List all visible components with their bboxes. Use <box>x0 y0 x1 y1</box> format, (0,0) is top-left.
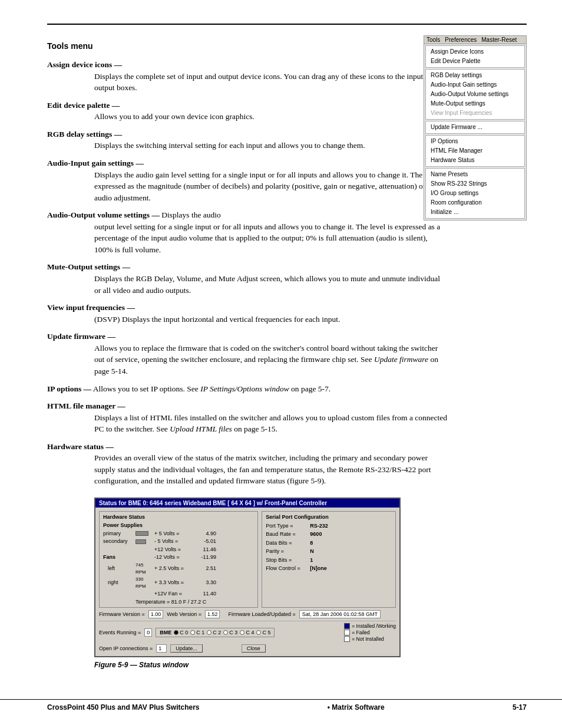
stop-bits-key: Stop Bits = <box>266 556 310 564</box>
bme-c4-label: C 4 <box>246 630 254 635</box>
legend-swatch-not-installed <box>344 636 350 642</box>
volt-label-4: + 2.5 Volts = <box>154 565 196 573</box>
desc-audio-output-intro: Displays the audio <box>161 210 221 219</box>
bme-c5: C 5 <box>256 630 270 635</box>
legend-failed: = Failed <box>344 630 396 635</box>
entry-rgb-delay: RGB delay settings — Displays the switch… <box>47 129 448 151</box>
desc-audio-input: Displays the audio gain level setting fo… <box>94 169 448 204</box>
open-ip-val: 1 <box>156 644 167 653</box>
bme-c3: C 3 <box>223 630 237 635</box>
open-ip-label: Open IP connections = <box>99 645 153 651</box>
bme-c4-radio <box>240 630 244 635</box>
desc-assign: Displays the complete set of input and o… <box>94 71 448 94</box>
serial-port-type: Port Type = RS-232 <box>266 522 392 530</box>
entry-html-file-manager: HTML file manager — Displays a list of H… <box>47 400 448 435</box>
term-rgb-delay: RGB delay settings — <box>47 130 122 139</box>
legend-swatch-installed <box>344 623 350 629</box>
serial-stop-bits: Stop Bits = 1 <box>266 556 392 564</box>
bme-c3-radio <box>223 630 228 635</box>
hw-right-fan-row: right 330 RPM + 3.3 Volts = 3.30 <box>103 576 254 590</box>
volt-val-6: 11.40 <box>196 590 216 598</box>
legend-swatch-failed <box>344 630 350 635</box>
menu-item-html-mgr: HTML File Manager <box>426 146 524 156</box>
bme-c3-label: C 3 <box>229 630 237 635</box>
entry-view-input-freq: View input frequencies — (DSVP) Displays… <box>47 302 448 325</box>
hw-12vfan-row: +12V Fan = 11.40 <box>103 590 254 598</box>
volt-val-1: -5.01 <box>196 538 216 546</box>
secondary-label: secondary <box>103 538 135 546</box>
link-upload-html: Upload HTML files <box>170 424 232 433</box>
menu-item-audio-output: Audio-Output Volume settings <box>426 90 524 99</box>
tools-menu-screenshot: Tools Preferences Master-Reset Assign De… <box>424 35 527 220</box>
data-bits-val: 8 <box>310 539 313 547</box>
term-audio-output: Audio-Output volume settings — <box>47 210 160 219</box>
menu-section-4: IP Options HTML File Manager Hardware St… <box>425 135 525 167</box>
footer-center-text: • Matrix Software <box>328 703 385 711</box>
menu-bar-preferences: Preferences <box>445 37 477 43</box>
legend-label-not-installed: = Not Installed <box>352 636 384 642</box>
serial-baud-rate: Baud Rate = 9600 <box>266 530 392 538</box>
legend-not-installed: = Not Installed <box>344 636 396 642</box>
desc-hw-status: Provides an overall view of the status o… <box>94 452 448 487</box>
footer-left-text: CrossPoint 450 Plus and MAV Plus Switche… <box>47 703 200 711</box>
baud-rate-key: Baud Rate = <box>266 530 310 538</box>
menu-item-room-config: Room configuration <box>426 198 524 207</box>
volt-val-3: -11.99 <box>196 554 216 562</box>
events-label: Events Running = <box>99 630 141 635</box>
menu-item-update-fw: Update Firmware ... <box>426 123 524 132</box>
right-rpm: 330 RPM <box>135 576 153 590</box>
term-view-input: View input frequencies — <box>47 303 135 312</box>
menu-item-hw-status: Hardware Status <box>426 156 524 165</box>
page: Tools Preferences Master-Reset Assign De… <box>0 0 562 728</box>
stop-bits-val: 1 <box>310 556 313 564</box>
link-ip-settings: IP Settings/Options window <box>200 384 289 393</box>
bme-c2: C 2 <box>207 630 221 635</box>
serial-port-title: Serial Port Configuration <box>266 514 392 520</box>
bme-c4: C 4 <box>240 630 254 635</box>
menu-section-1: Assign Device Icons Edit Device Palette <box>425 45 525 68</box>
hw-status-box: Hardware Status Power Supplies primary +… <box>99 511 258 608</box>
serial-flow-control: Flow Control = [N]one <box>266 564 392 572</box>
volt-label-3: -12 Volts = <box>154 554 196 562</box>
volt-val-4: 2.51 <box>196 565 216 573</box>
legend-box: = Installed /Working = Failed = Not Inst… <box>344 623 396 642</box>
bme-group: BME C 0 C 1 C 2 <box>156 628 275 637</box>
desc-audio-output-body: output level setting for a single input … <box>94 221 448 256</box>
link-upload-suffix: on page 5-15. <box>232 424 277 433</box>
bme-c0: C 0 <box>174 630 188 635</box>
hw-primary-row: primary + 5 Volts = 4.90 <box>103 530 254 538</box>
primary-bar <box>135 531 153 536</box>
hw-secondary-row: secondary - 5 Volts = -5.01 <box>103 538 254 546</box>
close-button[interactable]: Close <box>242 644 266 653</box>
volt-label-5: + 3.3 Volts = <box>154 579 196 587</box>
entry-hardware-status: Hardware status — Provides an overall vi… <box>47 441 448 487</box>
status-body: Hardware Status Power Supplies primary +… <box>95 508 399 656</box>
menu-item-initialize: Initialize ... <box>426 207 524 217</box>
entry-audio-input-gain: Audio-Input gain settings — Displays the… <box>47 157 448 203</box>
hw-12v-row: +12 Volts = 11.46 <box>103 546 254 554</box>
primary-label: primary <box>103 530 135 538</box>
hw-power-supplies-label: Power Supplies <box>103 522 254 530</box>
figure-status-window: Status for BME 0: 6464 series Wideband B… <box>94 498 401 669</box>
desc-update-fw: Allows you to replace the firmware that … <box>94 342 448 377</box>
baud-rate-val: 9600 <box>310 530 322 538</box>
bme-c5-radio <box>256 630 261 635</box>
legend-installed: = Installed /Working <box>344 623 396 629</box>
menu-bar-master-reset: Master-Reset <box>481 37 517 43</box>
hw-status-title: Hardware Status <box>103 514 254 520</box>
update-button[interactable]: Update... <box>170 644 203 653</box>
menu-item-mute-output: Mute-Output settings <box>426 99 524 108</box>
top-rule <box>47 24 527 25</box>
volt-val-0: 4.90 <box>196 530 216 538</box>
desc-edit-palette: Allows you to add your own device icon g… <box>94 111 448 123</box>
port-type-key: Port Type = <box>266 522 310 530</box>
data-bits-key: Data Bits = <box>266 539 310 547</box>
main-content: Tools menu Assign device icons — Display… <box>47 41 448 669</box>
menu-bar: Tools Preferences Master-Reset <box>424 36 526 44</box>
figure-caption: Figure 5-9 — Status window <box>94 661 401 669</box>
right-fan-label: right <box>103 579 135 587</box>
menu-section-2: RGB Delay settings Audio-Input Gain sett… <box>425 69 525 120</box>
status-title-bar: Status for BME 0: 6464 series Wideband B… <box>95 499 399 508</box>
bme-label: BME <box>160 630 171 635</box>
volt-label-2: +12 Volts = <box>154 546 196 554</box>
